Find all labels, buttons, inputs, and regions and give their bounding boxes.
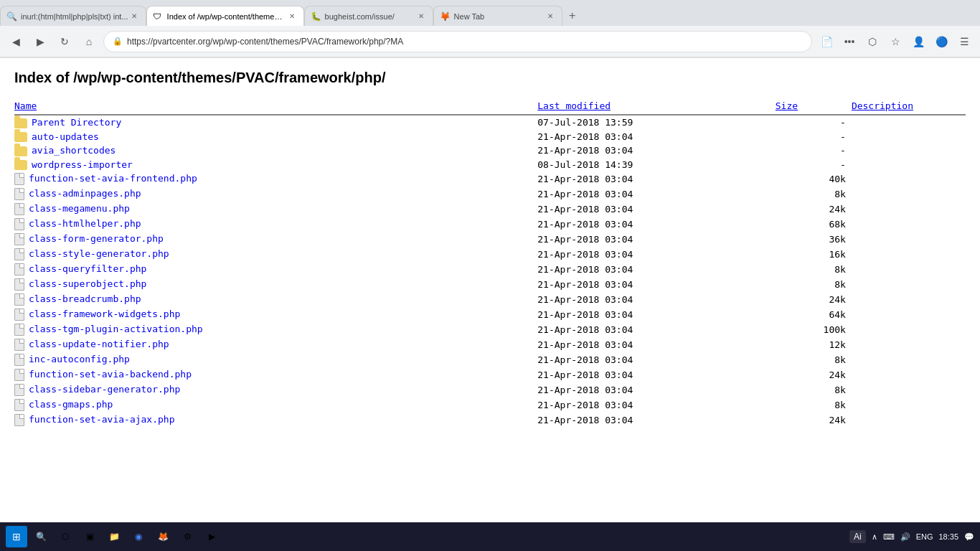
file-icon	[14, 369, 24, 381]
new-tab-button[interactable]: +	[562, 6, 583, 26]
tab-4-close[interactable]: ✕	[545, 11, 556, 22]
column-header-name: Name	[14, 98, 537, 115]
file-icon	[14, 173, 24, 185]
file-link[interactable]: class-queryfilter.php	[29, 263, 146, 274]
file-desc-cell	[852, 413, 966, 428]
file-size-cell: 8k	[776, 277, 852, 292]
tab-3[interactable]: 🐛 bugheist.com/issue/ ✕	[304, 6, 433, 26]
file-link[interactable]: function-set-avia-ajax.php	[29, 414, 175, 425]
file-link[interactable]: class-breadcrumb.php	[29, 293, 141, 304]
file-name-cell: class-sidebar-generator.php	[14, 382, 537, 397]
file-name-cell: class-gmaps.php	[14, 397, 537, 413]
file-table: Name Last modified Size Description Pare…	[14, 98, 966, 428]
tab-2-close[interactable]: ✕	[286, 11, 298, 22]
page-title: Index of /wp/wp-content/themes/PVAC/fram…	[14, 70, 966, 86]
tab-1-close[interactable]: ✕	[128, 11, 140, 22]
reload-button[interactable]: ↻	[55, 32, 75, 52]
file-name-cell: class-queryfilter.php	[14, 262, 537, 277]
taskbar-task-view[interactable]: ▣	[79, 526, 100, 547]
home-button[interactable]: ⌂	[79, 32, 99, 52]
taskbar-notification-icon[interactable]: 💬	[964, 532, 974, 542]
tab-1[interactable]: 🔍 inurl:(htm|html|php|pls|txt) int... ✕	[0, 6, 146, 26]
file-link[interactable]: class-tgm-plugin-activation.php	[29, 324, 203, 334]
table-row: class-sidebar-generator.php21-Apr-2018 0…	[14, 382, 966, 397]
file-name-cell: class-framework-widgets.php	[14, 307, 537, 322]
parent-dir-link[interactable]: Parent Directory	[32, 117, 121, 128]
taskbar-time: 18:35	[938, 532, 958, 541]
file-link[interactable]: class-superobject.php	[29, 278, 146, 289]
folder-link[interactable]: auto-updates	[32, 131, 99, 142]
tab-4[interactable]: 🦊 New Tab ✕	[433, 6, 562, 26]
taskbar-right: Ai ∧ ⌨ 🔊 ENG 18:35 💬	[849, 530, 974, 543]
file-modified-cell: 21-Apr-2018 03:04	[537, 382, 776, 397]
file-link[interactable]: class-adminpages.php	[29, 188, 141, 199]
settings-icon: ⚙	[180, 529, 194, 544]
overflow-menu-button[interactable]: •••	[839, 32, 859, 52]
column-header-size: Size	[776, 98, 852, 115]
file-desc-cell	[852, 262, 966, 277]
bookmark-button[interactable]: ☆	[885, 32, 905, 52]
taskbar-cortana[interactable]: ⬡	[55, 526, 76, 547]
file-size-cell: 64k	[776, 307, 852, 322]
taskbar-ai-label[interactable]: Ai	[849, 530, 866, 543]
sort-name-link[interactable]: Name	[14, 100, 37, 111]
file-link[interactable]: function-set-avia-backend.php	[29, 369, 192, 380]
taskbar-search[interactable]: 🔍	[30, 526, 52, 547]
table-row: class-breadcrumb.php21-Apr-2018 03:0424k	[14, 292, 966, 307]
taskbar-speaker-icon: 🔊	[900, 532, 910, 542]
table-row: class-form-generator.php21-Apr-2018 03:0…	[14, 232, 966, 247]
file-link[interactable]: class-framework-widgets.php	[29, 309, 180, 319]
back-button[interactable]: ◀	[6, 32, 26, 52]
address-bar[interactable]: 🔒	[103, 31, 812, 52]
file-icon	[14, 399, 24, 411]
file-link[interactable]: class-megamenu.php	[29, 203, 130, 214]
sort-modified-link[interactable]: Last modified	[537, 100, 611, 111]
table-row: wordpress-importer08-Jul-2018 14:39-	[14, 158, 966, 172]
taskbar-firefox[interactable]: 🦊	[152, 526, 174, 547]
start-button[interactable]: ⊞	[6, 526, 27, 547]
taskbar-up-arrow[interactable]: ∧	[872, 532, 877, 542]
taskbar-settings[interactable]: ⚙	[176, 526, 198, 547]
taskbar-chrome[interactable]: ◉	[128, 526, 149, 547]
tab-2[interactable]: 🛡 Index of /wp/wp-content/themes/... ✕	[146, 6, 304, 26]
address-input[interactable]	[127, 37, 803, 47]
file-name-cell: class-update-notifier.php	[14, 337, 537, 352]
folder-link[interactable]: wordpress-importer	[32, 159, 133, 170]
file-link[interactable]: class-style-generator.php	[29, 248, 169, 259]
sort-desc-link[interactable]: Description	[852, 100, 913, 111]
file-link[interactable]: class-sidebar-generator.php	[29, 384, 180, 395]
file-link[interactable]: function-set-avia-frontend.php	[29, 173, 197, 184]
menu-button[interactable]: ☰	[954, 32, 974, 52]
file-name-cell: function-set-avia-frontend.php	[14, 171, 537, 187]
file-name-cell: class-adminpages.php	[14, 187, 537, 202]
folder-icon	[14, 132, 27, 142]
file-link[interactable]: class-gmaps.php	[29, 399, 113, 410]
file-size-cell: -	[776, 143, 852, 158]
file-icon	[14, 293, 24, 306]
file-link[interactable]: class-form-generator.php	[29, 233, 164, 244]
tab-3-favicon: 🐛	[311, 11, 321, 22]
sort-size-link[interactable]: Size	[776, 100, 798, 111]
tab-2-title: Index of /wp/wp-content/themes/...	[167, 12, 286, 21]
tab-3-close[interactable]: ✕	[415, 11, 427, 22]
file-desc-cell	[852, 187, 966, 202]
taskbar-media[interactable]: ▶	[201, 526, 222, 547]
reader-view-button[interactable]: 📄	[816, 32, 837, 52]
table-row: class-superobject.php21-Apr-2018 03:048k	[14, 277, 966, 292]
file-link[interactable]: inc-autoconfig.php	[29, 354, 130, 364]
file-size-cell: 24k	[776, 202, 852, 217]
file-modified-cell: 21-Apr-2018 03:04	[537, 292, 776, 307]
taskbar-keyboard-icon: ⌨	[883, 532, 895, 542]
forward-button[interactable]: ▶	[30, 32, 50, 52]
tab-4-favicon: 🦊	[440, 11, 450, 22]
taskbar-file-explorer[interactable]: 📁	[103, 526, 125, 547]
file-name-cell: class-megamenu.php	[14, 202, 537, 217]
file-link[interactable]: class-update-notifier.php	[29, 339, 169, 349]
sync-button[interactable]: 🔵	[931, 32, 951, 52]
file-icon	[14, 218, 24, 230]
pocket-button[interactable]: ⬡	[862, 32, 882, 52]
file-link[interactable]: class-htmlhelper.php	[29, 218, 141, 229]
profile-button[interactable]: 👤	[908, 32, 928, 52]
folder-link[interactable]: avia_shortcodes	[32, 145, 116, 156]
file-size-cell: -	[776, 115, 852, 130]
